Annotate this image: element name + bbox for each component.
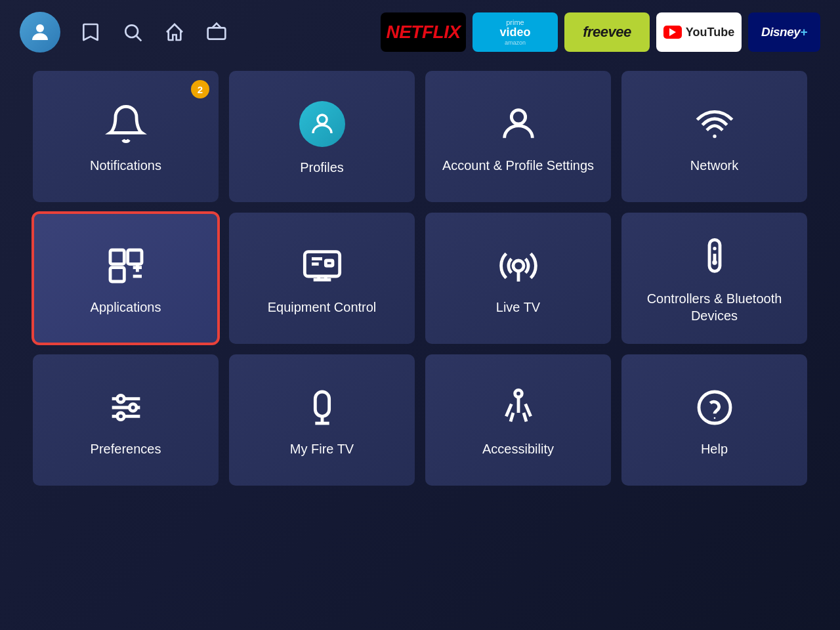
- accessibility-label: Accessibility: [482, 440, 554, 457]
- user-avatar[interactable]: [20, 12, 60, 52]
- tile-live-tv[interactable]: Live TV: [425, 213, 611, 344]
- prime-video-app[interactable]: prime video amazon: [472, 12, 558, 52]
- svg-point-0: [36, 24, 44, 32]
- svg-point-17: [513, 261, 524, 271]
- help-icon: [694, 387, 736, 429]
- notifications-label: Notifications: [90, 157, 161, 174]
- svg-point-28: [117, 413, 124, 420]
- accessibility-icon: [497, 387, 539, 429]
- svg-point-22: [713, 262, 715, 264]
- svg-point-35: [713, 417, 715, 419]
- bookmark-icon[interactable]: [79, 20, 102, 44]
- netflix-app[interactable]: NETFLIX: [381, 12, 466, 52]
- fire-tv-icon: [301, 387, 343, 429]
- top-nav: NETFLIX prime video amazon freevee YouTu…: [0, 0, 840, 64]
- disney-label: Disney+: [761, 25, 807, 39]
- my-fire-tv-label: My Fire TV: [290, 440, 354, 457]
- svg-rect-7: [110, 250, 124, 264]
- tile-my-fire-tv[interactable]: My Fire TV: [229, 354, 415, 486]
- monitor-icon: [301, 245, 343, 287]
- live-tv-label: Live TV: [496, 299, 540, 316]
- sliders-icon: [105, 387, 147, 429]
- home-icon[interactable]: [163, 20, 186, 44]
- svg-point-4: [318, 115, 327, 124]
- applications-icon: [105, 245, 147, 287]
- svg-rect-16: [326, 261, 333, 266]
- youtube-label: YouTube: [663, 26, 734, 39]
- freevee-app[interactable]: freevee: [564, 12, 650, 52]
- tile-account-profile[interactable]: Account & Profile Settings: [425, 71, 611, 202]
- account-icon: [497, 103, 539, 145]
- svg-point-5: [511, 110, 525, 124]
- prime-label: prime video amazon: [499, 18, 530, 46]
- controllers-bluetooth-label: Controllers & Bluetooth Devices: [635, 290, 794, 324]
- profiles-label: Profiles: [300, 159, 344, 176]
- tile-accessibility[interactable]: Accessibility: [425, 354, 611, 486]
- nav-icons: [79, 20, 228, 44]
- tile-applications[interactable]: Applications: [33, 213, 219, 344]
- settings-grid: 2 Notifications Profiles: [33, 71, 807, 486]
- network-label: Network: [690, 157, 738, 174]
- netflix-label: NETFLIX: [386, 22, 460, 43]
- streaming-apps: NETFLIX prime video amazon freevee YouTu…: [381, 12, 820, 52]
- freevee-label: freevee: [583, 24, 631, 41]
- svg-rect-9: [110, 268, 124, 282]
- svg-rect-13: [304, 252, 339, 276]
- svg-rect-29: [315, 392, 329, 416]
- tile-notifications[interactable]: 2 Notifications: [33, 71, 219, 202]
- svg-point-6: [713, 135, 716, 138]
- svg-point-1: [125, 25, 138, 37]
- search-icon[interactable]: [121, 20, 144, 44]
- settings-grid-container: 2 Notifications Profiles: [0, 64, 840, 499]
- tile-controllers-bluetooth[interactable]: Controllers & Bluetooth Devices: [621, 213, 807, 344]
- bell-icon: [105, 103, 147, 145]
- svg-point-32: [514, 390, 522, 397]
- tile-preferences[interactable]: Preferences: [33, 354, 219, 486]
- applications-label: Applications: [91, 299, 161, 316]
- tv-icon[interactable]: [205, 20, 228, 44]
- svg-point-26: [117, 395, 124, 402]
- account-profile-label: Account & Profile Settings: [442, 157, 594, 174]
- preferences-label: Preferences: [91, 440, 161, 457]
- profiles-avatar: [299, 101, 345, 147]
- svg-point-20: [713, 247, 716, 250]
- svg-rect-8: [127, 250, 141, 264]
- tile-network[interactable]: Network: [621, 71, 807, 202]
- notifications-badge: 2: [191, 80, 209, 98]
- remote-icon: [694, 236, 736, 278]
- wifi-icon: [694, 103, 736, 145]
- help-label: Help: [701, 440, 728, 457]
- equipment-control-label: Equipment Control: [268, 299, 377, 316]
- svg-rect-3: [208, 28, 226, 39]
- tile-help[interactable]: Help: [621, 354, 807, 486]
- tile-equipment-control[interactable]: Equipment Control: [229, 213, 415, 344]
- antenna-icon: [497, 245, 539, 287]
- tile-profiles[interactable]: Profiles: [229, 71, 415, 202]
- screen: NETFLIX prime video amazon freevee YouTu…: [0, 0, 840, 630]
- svg-point-27: [129, 404, 136, 411]
- youtube-app[interactable]: YouTube: [656, 12, 742, 52]
- disney-plus-app[interactable]: Disney+: [748, 12, 820, 52]
- svg-line-2: [136, 36, 141, 41]
